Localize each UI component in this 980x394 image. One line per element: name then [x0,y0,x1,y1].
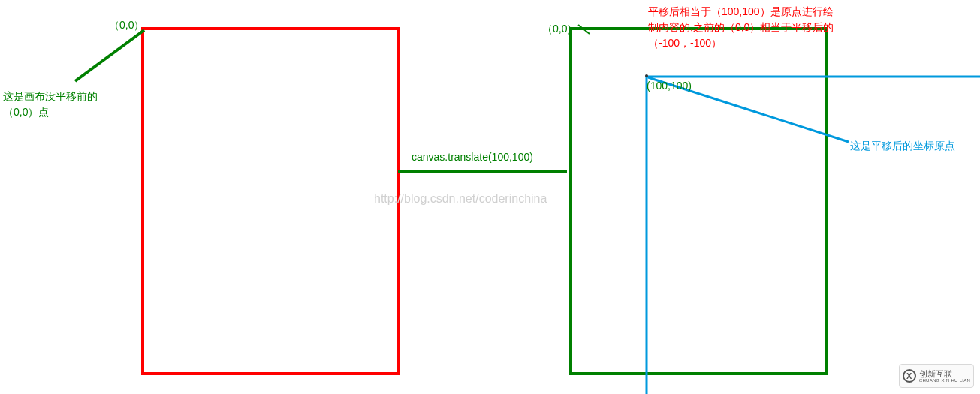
left-origin-arrow [75,30,144,81]
left-origin-coord: （0,0） [109,17,144,33]
logo-subtext: CHUANG XIN HU LIAN [919,378,970,383]
right-origin-coord: （0,0） [542,21,577,37]
brand-logo: X 创新互联 CHUANG XIN HU LIAN [899,364,974,388]
right-green-rect [571,29,826,374]
point-100-100 [645,74,648,77]
logo-icon: X [903,369,916,383]
left-red-rect [143,29,398,374]
translate-call: canvas.translate(100,100) [412,149,533,165]
point-100-100-label: (100,100) [647,78,692,94]
blue-annotation: 这是平移后的坐标原点 [850,138,955,154]
left-annotation: 这是画布没平移前的 （0,0）点 [3,89,98,120]
watermark-text: http://blog.csdn.net/coderinchina [374,192,547,206]
red-annotation: 平移后相当于（100,100）是原点进行绘 制内容的,之前的（0,0）相当于平移… [648,4,834,51]
logo-text: 创新互联 [919,370,970,378]
